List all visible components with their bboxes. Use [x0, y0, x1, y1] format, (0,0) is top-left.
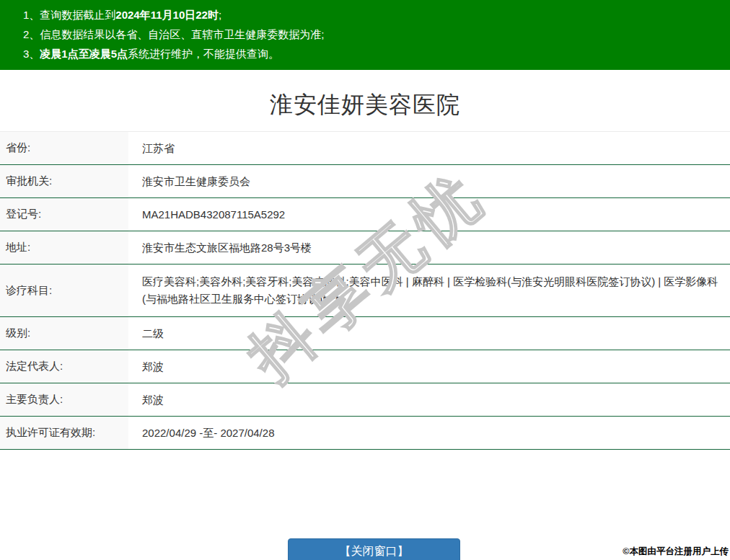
row-label: 执业许可证有效期: [0, 417, 128, 450]
row-value: 二级 [128, 317, 730, 350]
table-row: 省份: 江苏省 [0, 132, 730, 165]
row-label: 省份: [0, 132, 128, 165]
row-value: 医疗美容科;美容外科;美容牙科;美容皮肤科;美容中医科 | 麻醉科 | 医学检验… [128, 265, 730, 317]
table-row: 主要负责人: 郑波 [0, 383, 730, 417]
table-row: 执业许可证有效期: 2022/04/29 -至- 2027/04/28 [0, 417, 730, 450]
institution-info-table: 省份: 江苏省 审批机关: 淮安市卫生健康委员会 登记号: MA21HADB43… [0, 131, 730, 450]
page-title: 淮安佳妍美容医院 [0, 89, 730, 120]
row-value: 2022/04/29 -至- 2027/04/28 [128, 417, 730, 450]
table-row: 诊疗科目: 医疗美容科;美容外科;美容牙科;美容皮肤科;美容中医科 | 麻醉科 … [0, 265, 730, 317]
table-row: 登记号: MA21HADB432087115A5292 [0, 198, 730, 231]
row-label: 法定代表人: [0, 350, 128, 383]
close-window-button[interactable]: 【关闭窗口】 [288, 538, 460, 560]
row-value: MA21HADB432087115A5292 [128, 198, 730, 231]
copyright-stamp: ©本图由平台注册用户上传 [623, 546, 729, 558]
row-label: 主要负责人: [0, 383, 128, 417]
row-label: 审批机关: [0, 165, 128, 198]
row-label: 级别: [0, 317, 128, 350]
notice-line-3: 3、凌晨1点至凌晨5点系统进行维护，不能提供查询。 [23, 44, 723, 63]
row-value: 郑波 [128, 350, 730, 383]
notice-line-2: 2、信息数据结果以各省、自治区、直辖市卫生健康委数据为准; [23, 25, 723, 44]
notice-line-1: 1、查询数据截止到2024年11月10日22时; [23, 5, 723, 25]
table-row: 级别: 二级 [0, 317, 730, 350]
row-label: 诊疗科目: [0, 265, 128, 317]
table-row: 地址: 淮安市生态文旅区福地路28号3号楼 [0, 231, 730, 265]
table-row: 审批机关: 淮安市卫生健康委员会 [0, 165, 730, 198]
institution-table-body: 省份: 江苏省 审批机关: 淮安市卫生健康委员会 登记号: MA21HADB43… [0, 132, 730, 450]
row-label: 地址: [0, 231, 128, 265]
row-value: 淮安市卫生健康委员会 [128, 165, 730, 198]
table-row: 法定代表人: 郑波 [0, 350, 730, 383]
notice-header: 1、查询数据截止到2024年11月10日22时; 2、信息数据结果以各省、自治区… [0, 0, 730, 70]
row-value: 淮安市生态文旅区福地路28号3号楼 [128, 231, 730, 265]
row-label: 登记号: [0, 198, 128, 231]
row-value: 郑波 [128, 383, 730, 417]
row-value: 江苏省 [128, 132, 730, 165]
